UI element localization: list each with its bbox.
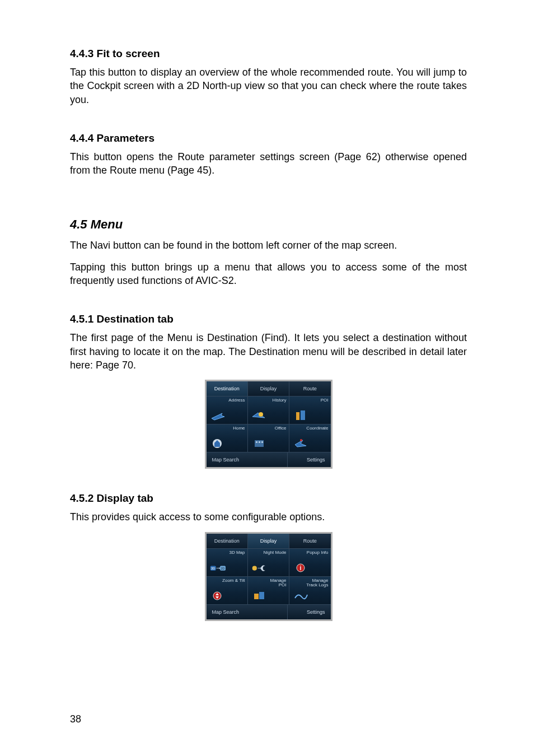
tab-route[interactable]: Route bbox=[289, 381, 330, 396]
heading-display-tab: 4.5.2 Display tab bbox=[70, 492, 467, 505]
svg-point-13 bbox=[252, 566, 256, 570]
footer-map-search[interactable]: Map Search bbox=[207, 605, 288, 619]
svg-text:3D: 3D bbox=[211, 567, 215, 570]
manage-poi-icon bbox=[251, 589, 267, 601]
svg-rect-1 bbox=[296, 412, 299, 420]
svg-rect-17 bbox=[254, 594, 259, 599]
cell-label: History bbox=[273, 398, 287, 403]
page-number: 38 bbox=[70, 713, 81, 725]
svg-rect-5 bbox=[256, 441, 257, 443]
tab-display[interactable]: Display bbox=[248, 534, 289, 548]
body-fit-to-screen: Tap this button to display an overview o… bbox=[70, 66, 467, 106]
cell-label: Office bbox=[275, 426, 287, 431]
body-menu-p1: The Navi button can be found in the bott… bbox=[70, 239, 467, 252]
body-menu-p2: Tapping this button brings up a menu tha… bbox=[70, 260, 467, 288]
svg-rect-18 bbox=[259, 592, 264, 599]
cell-label: 3D Map bbox=[229, 550, 245, 555]
cell-zoom-tilt[interactable]: Zoom & Tilt bbox=[207, 576, 248, 604]
cell-label: Popup Info bbox=[307, 550, 329, 555]
cell-label: Manage Track Logs bbox=[306, 578, 328, 588]
screenshot-display-tab: Destination Display Route 3D Map 3D2D Ni… bbox=[205, 532, 332, 621]
cell-label: Night Mode bbox=[264, 550, 287, 555]
tab-route[interactable]: Route bbox=[289, 534, 330, 548]
footer-map-search[interactable]: Map Search bbox=[207, 452, 288, 467]
svg-rect-7 bbox=[261, 441, 263, 443]
heading-parameters: 4.4.4 Parameters bbox=[70, 132, 467, 144]
cell-popup-info[interactable]: Popup Info i bbox=[289, 548, 331, 576]
cell-address[interactable]: Address bbox=[207, 396, 248, 424]
track-logs-icon bbox=[293, 589, 308, 601]
svg-point-0 bbox=[259, 412, 263, 417]
cell-label: Manage POI bbox=[270, 578, 287, 588]
cell-3d-map[interactable]: 3D Map 3D2D bbox=[207, 548, 248, 576]
svg-rect-2 bbox=[301, 410, 305, 420]
body-destination-tab: The first page of the Menu is Destinatio… bbox=[70, 331, 467, 372]
poi-icon bbox=[293, 409, 308, 421]
history-icon bbox=[251, 409, 267, 421]
body-parameters: This button opens the Route parameter se… bbox=[70, 150, 467, 178]
office-icon bbox=[251, 437, 267, 449]
body-display-tab: This provides quick access to some confi… bbox=[70, 510, 467, 524]
cell-home[interactable]: Home bbox=[207, 424, 248, 452]
cell-poi[interactable]: POI bbox=[289, 396, 331, 424]
svg-text:i: i bbox=[299, 565, 301, 571]
cell-coordinate[interactable]: Coordinate bbox=[289, 424, 331, 452]
svg-point-8 bbox=[300, 439, 302, 441]
tab-destination[interactable]: Destination bbox=[207, 534, 248, 548]
heading-fit-to-screen: 4.4.3 Fit to screen bbox=[70, 48, 467, 60]
cell-night-mode[interactable]: Night Mode bbox=[248, 548, 289, 576]
cell-label: Coordinate bbox=[306, 426, 328, 431]
svg-rect-4 bbox=[255, 440, 264, 447]
cell-history[interactable]: History bbox=[248, 396, 289, 424]
address-icon bbox=[210, 409, 226, 421]
screenshot-destination-tab: Destination Display Route Address Histor… bbox=[205, 380, 332, 469]
footer-settings[interactable]: Settings bbox=[288, 605, 331, 619]
cell-manage-poi[interactable]: Manage POI bbox=[248, 576, 289, 604]
cell-label: Address bbox=[228, 398, 245, 403]
home-icon bbox=[210, 437, 226, 449]
tab-destination[interactable]: Destination bbox=[207, 381, 248, 396]
cell-manage-track-logs[interactable]: Manage Track Logs bbox=[289, 576, 331, 604]
cell-office[interactable]: Office bbox=[248, 424, 289, 452]
svg-rect-6 bbox=[259, 441, 260, 443]
heading-menu: 4.5 Menu bbox=[70, 217, 467, 232]
footer-settings[interactable]: Settings bbox=[288, 452, 331, 467]
svg-text:2D: 2D bbox=[221, 567, 224, 570]
cell-label: Zoom & Tilt bbox=[222, 578, 245, 583]
heading-destination-tab: 4.5.1 Destination tab bbox=[70, 313, 467, 325]
zoom-tilt-icon bbox=[210, 589, 226, 601]
night-mode-icon bbox=[251, 561, 267, 573]
coordinate-icon bbox=[293, 437, 308, 449]
popup-info-icon: i bbox=[293, 561, 308, 573]
map-3d-2d-icon: 3D2D bbox=[210, 561, 226, 573]
tab-display[interactable]: Display bbox=[248, 381, 289, 396]
cell-label: Home bbox=[233, 426, 245, 431]
cell-label: POI bbox=[321, 398, 329, 403]
